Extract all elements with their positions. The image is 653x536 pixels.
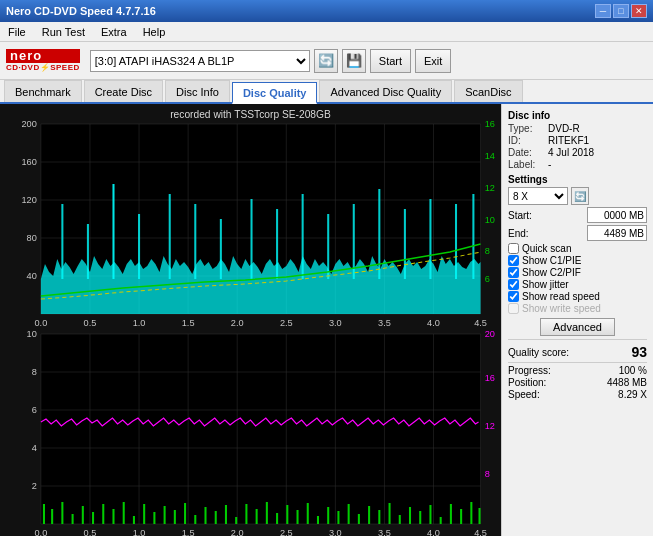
svg-text:4.0: 4.0 — [427, 318, 440, 328]
svg-text:2.0: 2.0 — [231, 318, 244, 328]
svg-text:8: 8 — [32, 367, 37, 377]
svg-rect-103 — [245, 504, 247, 524]
svg-text:80: 80 — [27, 233, 37, 243]
show-write-speed-checkbox[interactable] — [508, 303, 519, 314]
refresh-icon[interactable]: 🔄 — [314, 49, 338, 73]
disc-label-value: - — [548, 159, 551, 170]
svg-rect-108 — [297, 510, 299, 524]
svg-text:16: 16 — [485, 373, 495, 383]
svg-text:0.0: 0.0 — [34, 318, 47, 328]
show-c2-pif-checkbox[interactable] — [508, 267, 519, 278]
svg-rect-113 — [348, 504, 350, 524]
title-bar-text: Nero CD-DVD Speed 4.7.7.16 — [6, 5, 156, 17]
advanced-button[interactable]: Advanced — [540, 318, 615, 336]
show-read-speed-row: Show read speed — [508, 291, 647, 302]
svg-rect-106 — [276, 513, 278, 524]
svg-rect-94 — [153, 512, 155, 524]
speed-icon-btn[interactable]: 🔄 — [571, 187, 589, 205]
tab-advanced-disc-quality[interactable]: Advanced Disc Quality — [319, 80, 452, 102]
svg-text:12: 12 — [485, 421, 495, 431]
disc-type-row: Type: DVD-R — [508, 123, 647, 134]
svg-rect-35 — [194, 204, 196, 279]
drive-select[interactable]: [3:0] ATAPI iHAS324 A BL1P — [90, 50, 310, 72]
quality-score-row: Quality score: 93 — [508, 344, 647, 360]
tab-create-disc[interactable]: Create Disc — [84, 80, 163, 102]
svg-rect-93 — [143, 504, 145, 524]
show-read-speed-label: Show read speed — [522, 291, 600, 302]
svg-rect-89 — [102, 504, 104, 524]
svg-rect-85 — [61, 502, 63, 524]
svg-text:recorded with TSSTcorp SE-208G: recorded with TSSTcorp SE-208GB — [170, 109, 331, 120]
maximize-button[interactable]: □ — [613, 4, 629, 18]
minimize-button[interactable]: ─ — [595, 4, 611, 18]
speed-progress-value: 8.29 X — [618, 389, 647, 400]
show-write-speed-row: Show write speed — [508, 303, 647, 314]
end-input[interactable] — [587, 225, 647, 241]
svg-rect-40 — [327, 214, 329, 279]
svg-rect-121 — [429, 505, 431, 524]
disc-type-label: Type: — [508, 123, 548, 134]
toolbar: nero CD·DVD⚡SPEED [3:0] ATAPI iHAS324 A … — [0, 42, 653, 80]
disc-type-value: DVD-R — [548, 123, 580, 134]
nero-logo-top: nero — [6, 49, 80, 63]
svg-text:160: 160 — [21, 157, 36, 167]
svg-rect-98 — [194, 515, 196, 524]
svg-rect-111 — [327, 507, 329, 524]
svg-rect-96 — [174, 510, 176, 524]
speed-select[interactable]: 8 X Max 2 X 4 X 6 X 12 X 16 X — [508, 187, 568, 205]
start-input[interactable] — [587, 207, 647, 223]
quick-scan-checkbox[interactable] — [508, 243, 519, 254]
menu-help[interactable]: Help — [139, 25, 170, 39]
svg-rect-101 — [225, 505, 227, 524]
svg-rect-42 — [378, 189, 380, 279]
svg-rect-88 — [92, 512, 94, 524]
svg-rect-115 — [368, 506, 370, 524]
svg-rect-44 — [429, 199, 431, 279]
svg-rect-31 — [87, 224, 89, 279]
menu-extra[interactable]: Extra — [97, 25, 131, 39]
show-c1-pie-row: Show C1/PIE — [508, 255, 647, 266]
quality-score-value: 93 — [631, 344, 647, 360]
quick-scan-row: Quick scan — [508, 243, 647, 254]
svg-text:6: 6 — [32, 405, 37, 415]
svg-rect-124 — [460, 509, 462, 524]
close-button[interactable]: ✕ — [631, 4, 647, 18]
start-button[interactable]: Start — [370, 49, 411, 73]
menu-run-test[interactable]: Run Test — [38, 25, 89, 39]
svg-text:3.5: 3.5 — [378, 528, 391, 536]
show-c1-pie-label: Show C1/PIE — [522, 255, 581, 266]
svg-text:3.5: 3.5 — [378, 318, 391, 328]
svg-text:3.0: 3.0 — [329, 528, 342, 536]
svg-rect-32 — [112, 184, 114, 279]
svg-text:0.5: 0.5 — [84, 318, 97, 328]
svg-rect-109 — [307, 503, 309, 524]
svg-rect-38 — [276, 209, 278, 279]
exit-button[interactable]: Exit — [415, 49, 451, 73]
nero-logo-bottom: CD·DVD⚡SPEED — [6, 63, 80, 72]
tab-disc-info[interactable]: Disc Info — [165, 80, 230, 102]
svg-rect-30 — [61, 204, 63, 279]
save-icon[interactable]: 💾 — [342, 49, 366, 73]
svg-rect-91 — [123, 502, 125, 524]
show-read-speed-checkbox[interactable] — [508, 291, 519, 302]
disc-id-row: ID: RITEKF1 — [508, 135, 647, 146]
svg-text:4.5: 4.5 — [474, 528, 487, 536]
disc-id-label: ID: — [508, 135, 548, 146]
position-label: Position: — [508, 377, 546, 388]
svg-text:20: 20 — [485, 329, 495, 339]
svg-rect-116 — [378, 510, 380, 524]
tab-disc-quality[interactable]: Disc Quality — [232, 82, 318, 104]
svg-rect-125 — [470, 502, 472, 524]
tab-benchmark[interactable]: Benchmark — [4, 80, 82, 102]
tab-scan-disc[interactable]: ScanDisc — [454, 80, 522, 102]
menu-file[interactable]: File — [4, 25, 30, 39]
svg-rect-95 — [164, 506, 166, 524]
show-jitter-checkbox[interactable] — [508, 279, 519, 290]
title-bar: Nero CD-DVD Speed 4.7.7.16 ─ □ ✕ — [0, 0, 653, 22]
svg-rect-107 — [286, 505, 288, 524]
show-c1-pie-checkbox[interactable] — [508, 255, 519, 266]
svg-rect-86 — [72, 514, 74, 524]
svg-text:8: 8 — [485, 246, 490, 256]
main-content: recorded with TSSTcorp SE-208GB 200 — [0, 104, 653, 536]
svg-text:40: 40 — [27, 271, 37, 281]
